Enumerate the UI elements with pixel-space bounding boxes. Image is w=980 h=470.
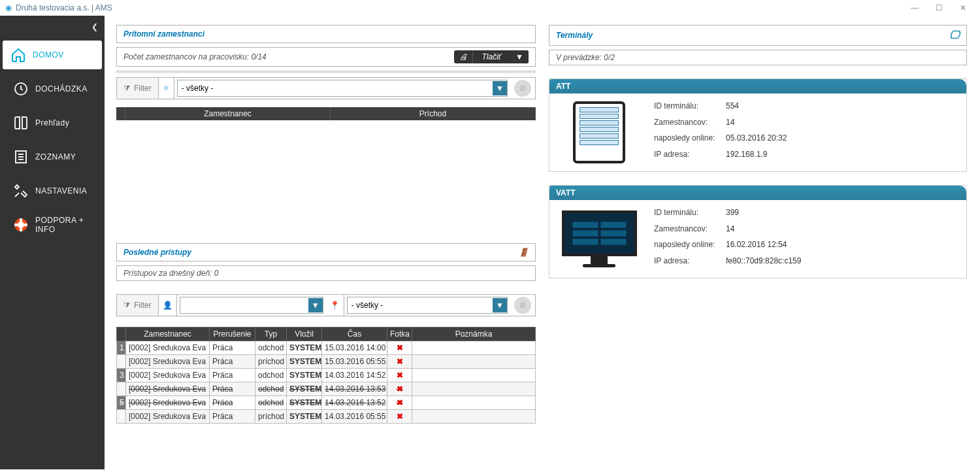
- row-employee: [0002] Sredukova Eva: [126, 410, 210, 424]
- access-filter-button[interactable]: ⧩ Filter: [117, 295, 159, 316]
- terminal-emp-value: 14: [726, 118, 787, 132]
- terminals-status: V prevádzke: 0/2: [556, 53, 615, 62]
- terminal-ip-value: fe80::70d9:828c:c159: [726, 256, 801, 271]
- chevron-down-icon[interactable]: ▼: [493, 81, 507, 95]
- access-clear-filter-button[interactable]: ⊘: [514, 297, 531, 314]
- nav-support[interactable]: PODPORA + INFO: [5, 210, 102, 239]
- row-index: 1: [117, 341, 126, 355]
- collapse-icon[interactable]: ❮: [91, 22, 98, 31]
- row-time: 14.03.2016 13:53: [322, 382, 387, 396]
- minimize-button[interactable]: —: [903, 1, 926, 14]
- access-employee-dropdown[interactable]: ▼: [180, 297, 323, 314]
- funnel-icon: ⧩: [123, 301, 130, 310]
- home-icon: [10, 47, 26, 63]
- row-index: 5: [117, 396, 126, 410]
- row-employee: [0002] Sredukova Eva: [126, 382, 210, 396]
- chevron-down-icon[interactable]: ▼: [308, 298, 323, 312]
- terminal-emp-label: Zamestnancov:: [654, 118, 726, 132]
- present-filter-row: ⧩ Filter ⚛ ▼ ⊘: [116, 77, 536, 99]
- nav-attendance[interactable]: DOCHÁDZKA: [5, 75, 102, 103]
- row-time: 15.03.2016 14:00: [322, 341, 387, 355]
- access-terminal-dropdown[interactable]: ▼: [347, 297, 508, 314]
- access-employee-input[interactable]: [180, 298, 308, 312]
- access-table: Zamestnanec Prerušenie Typ Vložil Čas Fo…: [116, 327, 536, 424]
- access-col-photo: Fotka: [387, 327, 412, 341]
- row-photo[interactable]: ✖: [387, 341, 412, 355]
- pin-icon: 📍: [330, 301, 340, 310]
- row-type: príchod: [255, 410, 287, 424]
- chevron-down-icon[interactable]: ▼: [493, 298, 507, 312]
- row-note: [412, 396, 536, 410]
- terminal-emp-value: 14: [726, 224, 801, 239]
- terminal-id-label: ID terminálu:: [654, 101, 726, 116]
- row-by: SYSTEM: [287, 410, 322, 424]
- table-row[interactable]: 5[0002] Sredukova EvaPrácaodchodSYSTEM14…: [117, 396, 536, 410]
- table-row[interactable]: 1[0002] Sredukova EvaPrácaodchodSYSTEM15…: [117, 341, 536, 355]
- monitor-icon: [562, 210, 637, 267]
- row-type: odchod: [255, 369, 287, 382]
- row-photo[interactable]: ✖: [387, 396, 412, 410]
- tools-icon: [13, 183, 29, 199]
- door-icon[interactable]: 🚪: [519, 248, 529, 257]
- lifebuoy-icon: [13, 217, 29, 233]
- row-photo[interactable]: ✖: [387, 355, 412, 369]
- funnel-icon: ⧩: [123, 84, 130, 93]
- row-time: 14.03.2016 13:52: [322, 396, 387, 410]
- maximize-button[interactable]: ☐: [927, 1, 951, 14]
- nav-settings[interactable]: NASTAVENIA: [5, 176, 102, 205]
- present-table-empty: [116, 120, 536, 231]
- row-employee: [0002] Sredukova Eva: [126, 369, 210, 382]
- access-terminal-input[interactable]: [348, 298, 493, 312]
- nav-reports[interactable]: Prehľady: [5, 109, 102, 137]
- row-index: 6: [117, 410, 126, 424]
- nav-lists[interactable]: ZOZNAMY: [5, 143, 102, 171]
- terminals-title: Terminály: [556, 31, 593, 40]
- nav-support-label: PODPORA + INFO: [35, 216, 94, 234]
- access-col-employee: Zamestnanec: [126, 327, 210, 341]
- nav-reports-label: Prehľady: [35, 118, 69, 127]
- row-break: Práca: [210, 410, 255, 424]
- row-photo[interactable]: ✖: [387, 410, 412, 424]
- chevron-down-icon: ▼: [510, 50, 529, 63]
- row-note: [412, 410, 536, 424]
- row-by: SYSTEM: [287, 341, 322, 355]
- slash-circle-icon: ⊘: [519, 301, 526, 310]
- terminal-card[interactable]: VATTID terminálu:399Zamestnancov:14napos…: [549, 185, 967, 278]
- present-filter-dropdown[interactable]: ▼: [177, 80, 508, 97]
- row-photo[interactable]: ✖: [387, 382, 412, 396]
- terminal-name: VATT: [549, 186, 966, 200]
- terminal-name: ATT: [549, 79, 966, 93]
- table-row[interactable]: 4[0002] Sredukova EvaPrácaodchodSYSTEM14…: [117, 382, 536, 396]
- row-by: SYSTEM: [287, 382, 322, 396]
- present-count: Počet zamestnancov na pracovisku: 0/14: [123, 52, 267, 61]
- row-type: príchod: [255, 355, 287, 369]
- nav-lists-label: ZOZNAMY: [35, 152, 76, 161]
- terminal-id-value: 554: [726, 101, 787, 116]
- monitor-icon[interactable]: 🖵: [949, 29, 960, 41]
- row-time: 14.03.2016 05:55: [322, 410, 387, 424]
- table-row[interactable]: 6[0002] Sredukova EvaPrácapríchodSYSTEM1…: [117, 410, 536, 424]
- terminal-last-value: 16.02.2016 12:54: [726, 240, 801, 254]
- row-type: odchod: [255, 341, 287, 355]
- present-filter-button[interactable]: ⧩ Filter: [117, 78, 159, 99]
- print-button[interactable]: 🖨 Tlačiť ▼: [454, 50, 529, 63]
- table-row[interactable]: 3[0002] Sredukova EvaPrácaodchodSYSTEM14…: [117, 369, 536, 382]
- printer-icon: 🖨: [454, 50, 473, 63]
- terminal-ip-label: IP adresa:: [654, 256, 726, 271]
- terminal-ip-label: IP adresa:: [654, 150, 726, 164]
- nav-home[interactable]: DOMOV: [3, 41, 102, 69]
- table-row[interactable]: 2[0002] Sredukova EvaPrácapríchodSYSTEM1…: [117, 355, 536, 369]
- present-clear-filter-button[interactable]: ⊘: [514, 80, 531, 97]
- access-col-note: Poznámka: [412, 327, 536, 341]
- person-icon: 👤: [163, 301, 172, 310]
- present-filter-input[interactable]: [178, 81, 493, 95]
- close-button[interactable]: ✕: [951, 1, 975, 14]
- present-filter-label: Filter: [134, 84, 152, 93]
- terminal-card[interactable]: ATTID terminálu:554Zamestnancov:14naposl…: [549, 78, 967, 172]
- row-photo[interactable]: ✖: [387, 369, 412, 382]
- row-by: SYSTEM: [287, 369, 322, 382]
- book-icon: [13, 115, 29, 131]
- svg-point-3: [18, 222, 24, 228]
- print-label: Tlačiť: [473, 50, 511, 63]
- row-employee: [0002] Sredukova Eva: [126, 341, 210, 355]
